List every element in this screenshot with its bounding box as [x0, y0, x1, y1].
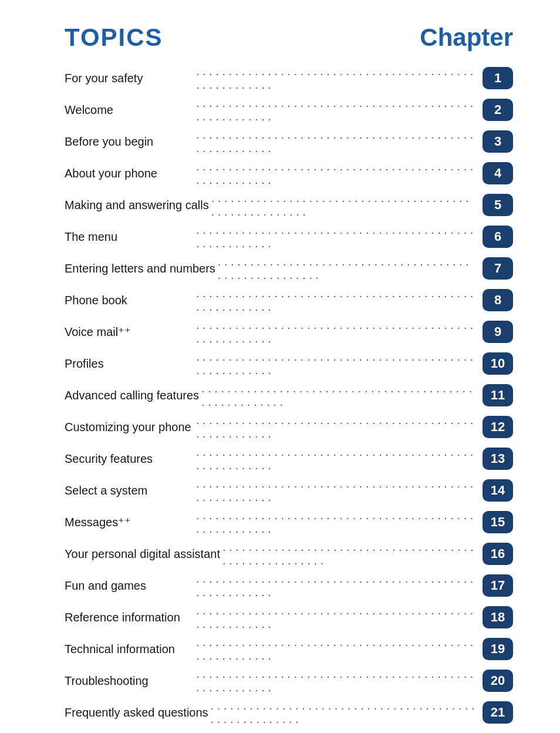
chapter-badge[interactable]: 13 — [483, 448, 513, 470]
toc-dots: . . . . . . . . . . . . . . . . . . . . … — [194, 96, 478, 123]
toc-topic: Messages⁺⁺ — [65, 515, 194, 529]
toc-row: Security features . . . . . . . . . . . … — [65, 443, 513, 475]
toc-dots: . . . . . . . . . . . . . . . . . . . . … — [194, 445, 478, 472]
toc-dots: . . . . . . . . . . . . . . . . . . . . … — [199, 382, 478, 409]
chapter-badge[interactable]: 16 — [483, 543, 513, 565]
toc-dots: . . . . . . . . . . . . . . . . . . . . … — [194, 509, 478, 536]
toc-topic: Fun and games — [65, 579, 194, 593]
toc-left: Advanced calling features . . . . . . . … — [65, 382, 478, 409]
toc-topic: Making and answering calls — [65, 199, 209, 212]
toc-row: Entering letters and numbers . . . . . .… — [65, 253, 513, 284]
toc-topic: Select a system — [65, 484, 194, 497]
toc-row: For your safety . . . . . . . . . . . . … — [65, 62, 513, 94]
toc-left: The menu . . . . . . . . . . . . . . . .… — [65, 223, 478, 250]
toc-dots: . . . . . . . . . . . . . . . . . . . . … — [194, 350, 478, 377]
chapter-badge[interactable]: 1 — [483, 67, 513, 89]
toc-row: Customizing your phone . . . . . . . . .… — [65, 411, 513, 443]
toc-row: Select a system . . . . . . . . . . . . … — [65, 475, 513, 506]
chapter-badge[interactable]: 3 — [483, 130, 513, 153]
toc-topic: Profiles — [65, 357, 194, 371]
toc-row: About your phone . . . . . . . . . . . .… — [65, 157, 513, 189]
chapter-badge[interactable]: 9 — [483, 321, 513, 343]
toc-left: Frequently asked questions . . . . . . .… — [65, 699, 478, 726]
toc-left: Voice mail⁺⁺ . . . . . . . . . . . . . .… — [65, 318, 478, 345]
toc-dots: . . . . . . . . . . . . . . . . . . . . … — [215, 255, 478, 282]
toc-row: Messages⁺⁺ . . . . . . . . . . . . . . .… — [65, 506, 513, 538]
toc-left: Select a system . . . . . . . . . . . . … — [65, 477, 478, 504]
toc-dots: . . . . . . . . . . . . . . . . . . . . … — [209, 191, 478, 218]
chapter-badge[interactable]: 20 — [483, 670, 513, 692]
toc-row: The menu . . . . . . . . . . . . . . . .… — [65, 221, 513, 253]
toc-topic: Before you begin — [65, 135, 194, 149]
toc-left: Your personal digital assistant . . . . … — [65, 540, 478, 567]
toc-dots: . . . . . . . . . . . . . . . . . . . . … — [194, 477, 478, 504]
chapter-badge[interactable]: 8 — [483, 289, 513, 311]
chapter-badge[interactable]: 6 — [483, 226, 513, 248]
toc-row: Reference information . . . . . . . . . … — [65, 601, 513, 633]
toc-left: Troubleshooting . . . . . . . . . . . . … — [65, 667, 478, 694]
toc-row: Profiles . . . . . . . . . . . . . . . .… — [65, 348, 513, 379]
toc-topic: Customizing your phone — [65, 421, 194, 434]
toc-dots: . . . . . . . . . . . . . . . . . . . . … — [194, 636, 478, 663]
toc-row: Voice mail⁺⁺ . . . . . . . . . . . . . .… — [65, 316, 513, 348]
toc-dots: . . . . . . . . . . . . . . . . . . . . … — [208, 699, 478, 726]
toc-left: Customizing your phone . . . . . . . . .… — [65, 413, 478, 441]
toc-left: Before you begin . . . . . . . . . . . .… — [65, 128, 478, 155]
toc-topic: Troubleshooting — [65, 674, 194, 688]
page-header: TOPICS Chapter — [65, 23, 513, 52]
toc-left: Making and answering calls . . . . . . .… — [65, 191, 478, 218]
chapter-badge[interactable]: 12 — [483, 416, 513, 438]
chapter-badge[interactable]: 4 — [483, 162, 513, 184]
toc-topic: Technical information — [65, 643, 194, 656]
chapter-badge[interactable]: 17 — [483, 574, 513, 597]
toc-dots: . . . . . . . . . . . . . . . . . . . . … — [194, 223, 478, 250]
toc-row: Your personal digital assistant . . . . … — [65, 538, 513, 570]
toc-dots: . . . . . . . . . . . . . . . . . . . . … — [194, 604, 478, 631]
toc-left: Phone book . . . . . . . . . . . . . . .… — [65, 287, 478, 314]
toc-dots: . . . . . . . . . . . . . . . . . . . . … — [194, 572, 478, 599]
toc-left: Welcome . . . . . . . . . . . . . . . . … — [65, 96, 478, 123]
toc-row: Before you begin . . . . . . . . . . . .… — [65, 126, 513, 157]
toc-dots: . . . . . . . . . . . . . . . . . . . . … — [194, 160, 478, 187]
chapter-badge[interactable]: 10 — [483, 352, 513, 375]
toc-topic: Entering letters and numbers — [65, 262, 215, 275]
toc-left: Entering letters and numbers . . . . . .… — [65, 255, 478, 282]
toc-left: For your safety . . . . . . . . . . . . … — [65, 65, 478, 92]
toc-left: Security features . . . . . . . . . . . … — [65, 445, 478, 472]
toc-topic: Your personal digital assistant — [65, 547, 220, 561]
topics-heading: TOPICS — [65, 23, 163, 52]
chapter-badge[interactable]: 21 — [483, 701, 513, 724]
chapter-badge[interactable]: 15 — [483, 511, 513, 533]
toc-left: Reference information . . . . . . . . . … — [65, 604, 478, 631]
chapter-heading: Chapter — [420, 23, 513, 52]
toc-row: Welcome . . . . . . . . . . . . . . . . … — [65, 94, 513, 126]
toc-topic: The menu — [65, 230, 194, 244]
toc-row: Troubleshooting . . . . . . . . . . . . … — [65, 665, 513, 697]
chapter-badge[interactable]: 2 — [483, 99, 513, 121]
toc-dots: . . . . . . . . . . . . . . . . . . . . … — [194, 413, 478, 441]
toc-left: Messages⁺⁺ . . . . . . . . . . . . . . .… — [65, 509, 478, 536]
toc-dots: . . . . . . . . . . . . . . . . . . . . … — [220, 540, 478, 567]
toc-row: Frequently asked questions . . . . . . .… — [65, 697, 513, 728]
toc-topic: Reference information — [65, 611, 194, 624]
chapter-badge[interactable]: 18 — [483, 606, 513, 628]
toc-dots: . . . . . . . . . . . . . . . . . . . . … — [194, 287, 478, 314]
toc-row: Technical information . . . . . . . . . … — [65, 633, 513, 665]
toc-topic: Advanced calling features — [65, 389, 199, 402]
toc-topic: Voice mail⁺⁺ — [65, 325, 194, 339]
toc-topic: For your safety — [65, 72, 194, 85]
chapter-badge[interactable]: 7 — [483, 257, 513, 280]
toc-row: Advanced calling features . . . . . . . … — [65, 379, 513, 411]
toc-left: Technical information . . . . . . . . . … — [65, 636, 478, 663]
chapter-badge[interactable]: 14 — [483, 479, 513, 502]
toc-dots: . . . . . . . . . . . . . . . . . . . . … — [194, 128, 478, 155]
toc-topic: Phone book — [65, 294, 194, 307]
toc-topic: Security features — [65, 452, 194, 466]
toc-dots: . . . . . . . . . . . . . . . . . . . . … — [194, 318, 478, 345]
toc-left: Profiles . . . . . . . . . . . . . . . .… — [65, 350, 478, 377]
toc-row: Fun and games . . . . . . . . . . . . . … — [65, 570, 513, 601]
toc-topic: Welcome — [65, 103, 194, 117]
chapter-badge[interactable]: 5 — [483, 194, 513, 216]
chapter-badge[interactable]: 19 — [483, 638, 513, 660]
chapter-badge[interactable]: 11 — [483, 384, 513, 406]
